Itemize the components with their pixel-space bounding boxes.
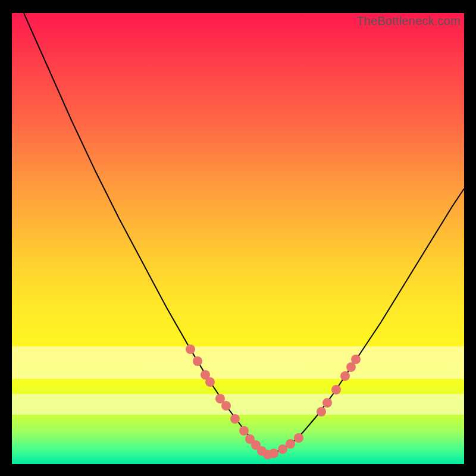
highlight-dot [186, 345, 195, 354]
chart-svg [12, 13, 464, 464]
highlight-dot [239, 426, 249, 436]
highlight-dots-group [186, 345, 361, 459]
highlight-dot [193, 356, 202, 366]
highlight-dot [340, 371, 350, 381]
highlight-dot [331, 385, 341, 394]
highlight-dot [221, 401, 231, 411]
highlight-dot [351, 355, 361, 364]
highlight-dot [322, 398, 332, 408]
highlight-dot [294, 433, 303, 443]
highlight-dot [286, 439, 295, 449]
highlight-dot [317, 407, 326, 416]
highlight-dot [278, 444, 287, 454]
chart-plot-area: TheBottleneck.com [12, 13, 464, 464]
highlight-dot [205, 377, 215, 387]
highlight-dot [230, 414, 240, 424]
bottleneck-curve [24, 13, 464, 455]
highlight-dot [269, 449, 278, 458]
